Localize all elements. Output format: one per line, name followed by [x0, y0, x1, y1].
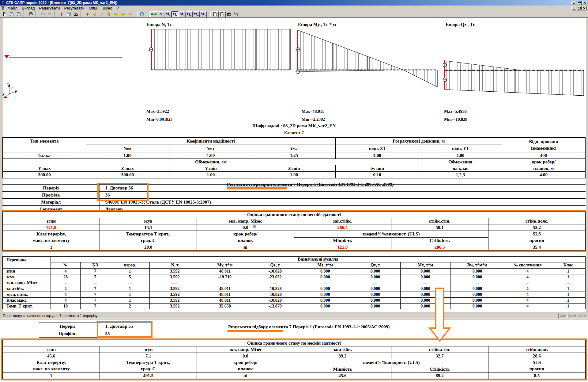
epure-n-button[interactable]: N — [157, 11, 164, 17]
close-button[interactable] — [582, 1, 587, 5]
menu-options[interactable]: Опції — [87, 6, 100, 11]
table-cell: планок, м — [502, 165, 585, 172]
table-cell: tw min — [336, 165, 419, 172]
table-cell: Mz, т*м — [300, 262, 350, 269]
table-cell: 1 — [551, 268, 585, 274]
table-cell: 0.000 — [350, 268, 401, 274]
status-message: Переглянути значення епюр для 7 елемента… — [1, 313, 559, 319]
table-row: γm0 γm1 γm2 відн. Z1 відн. Y1 — [3, 144, 585, 152]
duplicate-document-button[interactable] — [15, 11, 22, 17]
undo-icon — [40, 12, 45, 17]
table-cell: --- — [551, 280, 585, 286]
epure-qy-button[interactable]: Qy — [186, 11, 193, 17]
move-left-button[interactable] — [119, 11, 126, 17]
header-cell: зведені%%використ. (ULS) — [294, 359, 488, 366]
move-down-button[interactable] — [105, 11, 112, 17]
table-cell: 1 — [551, 274, 585, 280]
table-cell: 7 — [81, 274, 110, 280]
svg-text:!: ! — [214, 13, 215, 16]
table-cell: -13.879 — [250, 304, 300, 309]
globe-button[interactable] — [138, 11, 145, 17]
epure-my-plot — [296, 30, 437, 87]
table-cell: заг.стійк. — [294, 346, 391, 353]
polyline-button[interactable] — [126, 11, 134, 17]
redo-button[interactable] — [46, 11, 53, 17]
context-help-button[interactable]: ? — [233, 11, 240, 17]
menu-help[interactable]: ? — [115, 6, 121, 11]
epure-my-button[interactable]: My — [164, 11, 172, 17]
undo-button[interactable] — [39, 11, 46, 17]
table-cell: на клас — [419, 165, 502, 172]
table-cell: 89.2 — [294, 353, 391, 359]
table-row: балка1.001.001.254.004.00400 — [3, 152, 585, 159]
header-cell: відн. Y1 — [419, 144, 502, 152]
toolbar-separator — [135, 11, 138, 17]
epure-qz-button[interactable]: Qz — [172, 11, 179, 17]
table-cell: 52.2 — [488, 224, 585, 231]
header-cell: SLSпрогин — [488, 359, 585, 372]
epure-mx-button[interactable]: Mx — [200, 11, 207, 17]
svg-text:X: X — [2, 93, 5, 96]
table-view-button[interactable] — [65, 11, 72, 17]
menu-window[interactable]: Вікно — [100, 6, 115, 11]
table-cell: 7 — [81, 292, 110, 298]
app-icon — [1, 1, 5, 5]
erase-button[interactable] — [98, 11, 105, 17]
svg-text:?: ? — [221, 13, 223, 16]
line-icon — [151, 13, 156, 16]
header-cell: Розрахункові довжини, м — [336, 138, 502, 144]
axis-button[interactable] — [58, 11, 65, 17]
calc-pick-button[interactable] — [91, 11, 98, 17]
print-button[interactable] — [27, 11, 34, 17]
table-cell: 0.000 — [350, 304, 401, 309]
header-cell: γm1 — [169, 144, 252, 152]
header-cell: Стійкість — [391, 366, 488, 372]
snapshot-button[interactable] — [226, 11, 233, 17]
epure-mz-button[interactable]: Mz — [179, 11, 186, 17]
table-cell: 1 — [110, 286, 150, 292]
table-cell: 0.10 — [336, 172, 419, 178]
table-cell: Z min — [252, 165, 336, 172]
minimize-button[interactable] — [571, 1, 576, 5]
menu-results[interactable]: Результати — [62, 6, 87, 11]
annotation-box-profile-picked — [97, 321, 153, 338]
table-row: згинзсувэкв. напр. Мізесзаг.стійк.стійк.… — [3, 218, 586, 224]
window-title: СТК-САПР версія 2022 - [Елемент 7(03_2D … — [6, 1, 117, 5]
table-row: Переріз1. Двотавр 36 — [2, 185, 586, 192]
table-cell: балка — [3, 152, 86, 159]
property-label: Матеріал — [2, 199, 100, 206]
mdi-close-button[interactable] — [582, 6, 587, 10]
header-cell: Температура Т крит.,град. С — [100, 359, 197, 372]
copy-document-button[interactable] — [8, 11, 15, 17]
minimize-icon — [573, 7, 575, 10]
table-title: Оцінка граничного стану по несній здатно… — [3, 340, 586, 346]
close-icon — [583, 2, 586, 4]
menu-edit[interactable]: Редагувати — [37, 6, 62, 11]
search-button[interactable] — [72, 11, 79, 17]
table-cell: 1.00 — [169, 172, 252, 178]
table-cell: 0.000 — [450, 292, 504, 298]
table-cell: 1 — [551, 304, 585, 309]
header-cell: Клас перерізу,макс. по элементу — [3, 231, 100, 244]
report-check-button[interactable]: ! — [212, 11, 219, 17]
table-cell: -19.710 — [200, 274, 250, 280]
move-right-button[interactable] — [112, 11, 119, 17]
restore-button[interactable] — [577, 1, 582, 5]
calc-check-button[interactable] — [84, 11, 91, 17]
mdi-restore-button[interactable] — [577, 6, 582, 10]
report-pick-button[interactable]: ? — [219, 11, 226, 17]
menu-file[interactable]: Файл — [6, 6, 20, 11]
table-cell: 0.000 — [300, 292, 350, 298]
globe-icon — [140, 12, 144, 17]
header-cell: відн. Z1 — [336, 144, 419, 152]
header-cell: Коефіцієнти надійності — [86, 138, 336, 144]
status-bar: Переглянути значення епюр для 7 елемента… — [0, 311, 588, 320]
epure-qz-max: Max=5.4936 — [444, 109, 467, 114]
epure-mw-button[interactable]: Mw — [193, 11, 200, 17]
menu-view[interactable]: Вигляд — [20, 6, 37, 11]
element-line-button[interactable] — [150, 11, 157, 17]
title-bar: СТК-САПР версія 2022 - [Елемент 7(03_2D … — [0, 0, 588, 6]
new-document-button[interactable] — [1, 11, 8, 17]
table-cell: --- — [51, 280, 80, 286]
mdi-minimize-button[interactable] — [571, 6, 576, 10]
